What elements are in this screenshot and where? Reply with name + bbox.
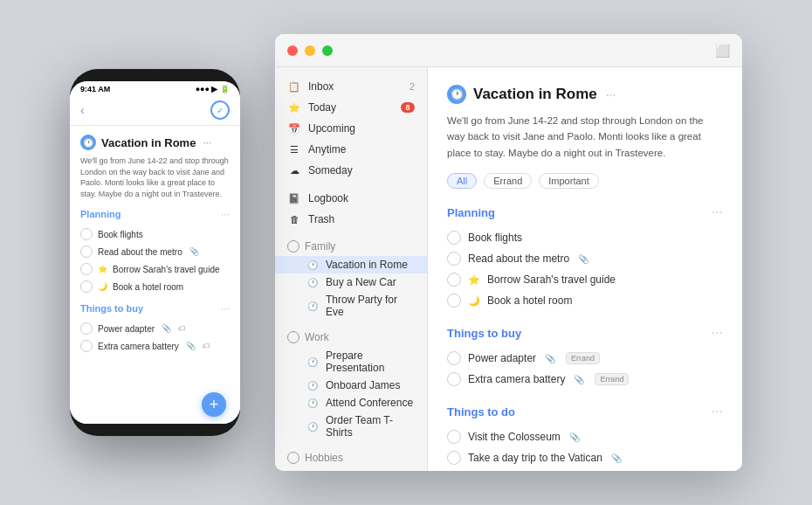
sidebar-party-label: Throw Party for Eve <box>326 294 415 318</box>
detail-todo-more[interactable]: ··· <box>712 404 723 419</box>
detail-tags: All Errand Important <box>447 173 723 189</box>
phone-buy-header: Things to buy ··· <box>80 302 230 315</box>
mac-titlebar-action-icon[interactable]: ⬜ <box>715 44 730 58</box>
detail-task-camera-battery: Extra camera battery 📎 Errand <box>447 369 723 390</box>
detail-description: We'll go from June 14-22 and stop throug… <box>447 113 723 161</box>
detail-battery-attach-icon: 📎 <box>574 375 584 384</box>
phone-complete-button[interactable]: ✓ <box>210 100 230 120</box>
detail-buy-title: Things to buy <box>447 327 521 340</box>
sidebar-group-work: Work 🕐 Prepare Presentation 🕐 Onboard Ja… <box>275 328 427 441</box>
detail-checkbox-adapter[interactable] <box>447 351 461 365</box>
phone-status-bar: 9:41 AM ●●● ▶ 🔋 <box>70 81 240 97</box>
phone-fab-button[interactable]: + <box>202 392 226 417</box>
detail-buy-header: Things to buy ··· <box>447 325 723 341</box>
traffic-light-maximize[interactable] <box>322 45 333 56</box>
detail-checkbox-vatican[interactable] <box>447 451 461 465</box>
phone-device: 9:41 AM ●●● ▶ 🔋 ‹ ✓ 🕐 Vacation in Rome ·… <box>70 69 240 436</box>
detail-checkbox-hotel[interactable] <box>447 294 461 308</box>
detail-tag-all[interactable]: All <box>447 173 477 189</box>
phone-time: 9:41 AM <box>80 85 110 93</box>
detail-title: Vacation in Rome <box>473 86 597 103</box>
phone-label-metro: Read about the metro <box>98 247 182 257</box>
sidebar-logbook-label: Logbook <box>308 192 348 204</box>
sidebar-item-logbook[interactable]: 📓 Logbook <box>275 188 427 209</box>
sidebar-item-anytime[interactable]: ☰ Anytime <box>275 139 427 160</box>
sidebar-work-circle-icon <box>287 331 299 343</box>
phone-adapter-attach-icon: 📎 <box>162 324 171 333</box>
sidebar-item-today[interactable]: ⭐ Today 8 <box>275 97 427 118</box>
sidebar-inbox-badge: 2 <box>409 81 415 92</box>
phone-planning-dots[interactable]: ··· <box>221 208 230 220</box>
phone-battery-tag-icon: 🏷 <box>203 342 210 350</box>
detail-more-button[interactable]: ··· <box>606 87 616 101</box>
phone-task-more[interactable]: ··· <box>203 136 211 149</box>
sidebar-item-vacation-rome[interactable]: 🕐 Vacation in Rome <box>275 256 427 273</box>
detail-buy-section: Things to buy ··· Power adapter 📎 Errand… <box>447 325 723 390</box>
phone-task-desc: We'll go from June 14-22 and stop throug… <box>80 156 230 199</box>
phone-buy-dots[interactable]: ··· <box>221 302 230 315</box>
sidebar-hobbies-circle-icon <box>287 452 299 464</box>
sidebar-item-someday[interactable]: ☁ Someday <box>275 160 427 181</box>
detail-checkbox-colosseum[interactable] <box>447 430 461 444</box>
sidebar-hobbies-label: Hobbies <box>305 452 343 464</box>
detail-vatican-attach-icon: 📎 <box>611 453 622 463</box>
detail-checkbox-book-flights[interactable] <box>447 231 461 245</box>
sidebar-item-inbox[interactable]: 📋 Inbox 2 <box>275 76 427 97</box>
sidebar-logbook-icon: 📓 <box>287 191 301 205</box>
detail-checkbox-camera-battery[interactable] <box>447 372 461 386</box>
traffic-light-minimize[interactable] <box>305 45 315 56</box>
sidebar-upcoming-label: Upcoming <box>308 122 355 135</box>
detail-label-guide: Borrow Sarah's travel guide <box>487 273 616 286</box>
detail-planning-more[interactable]: ··· <box>712 204 723 220</box>
sidebar-work-header: Work <box>275 328 427 347</box>
sidebar-item-learn-italian[interactable]: 🕐 Learn Basic Italian <box>275 467 427 471</box>
detail-tag-errand[interactable]: Errand <box>484 173 532 189</box>
detail-metro-attach-icon: 📎 <box>578 254 588 264</box>
sidebar-item-order-tshirts[interactable]: 🕐 Order Team T-Shirts <box>275 412 427 441</box>
phone-checkbox-metro[interactable] <box>80 246 93 258</box>
traffic-light-close[interactable] <box>287 45 298 56</box>
phone-checkbox-battery[interactable] <box>80 340 93 352</box>
phone-task-hotel: 🌙 Book a hotel room <box>80 278 230 295</box>
sidebar-upcoming-icon: 📅 <box>287 121 301 135</box>
phone-task-battery: Extra camera battery 📎 🏷 <box>80 337 230 355</box>
phone-task-title: Vacation in Rome <box>101 136 196 149</box>
detail-checkbox-metro[interactable] <box>447 252 461 266</box>
phone-checkbox-book-flights[interactable] <box>80 228 93 240</box>
detail-todo-title: Things to do <box>447 405 515 419</box>
detail-task-adapter: Power adapter 📎 Errand <box>447 348 723 369</box>
detail-task-metro: Read about the metro 📎 <box>447 248 723 269</box>
phone-checkbox-adapter[interactable] <box>80 322 93 335</box>
detail-title-icon: 🕐 <box>447 85 466 104</box>
phone-label-hotel: Book a hotel room <box>113 282 183 292</box>
sidebar-item-trash[interactable]: 🗑 Trash <box>275 209 427 230</box>
phone-metro-attach-icon: 📎 <box>189 247 199 256</box>
sidebar-trash-icon: 🗑 <box>287 212 301 226</box>
sidebar-work-label: Work <box>305 331 329 343</box>
sidebar-italian-icon: 🕐 <box>306 470 319 471</box>
detail-label-colosseum: Visit the Colosseum <box>468 431 561 443</box>
phone-buy-section: Things to buy ··· Power adapter 📎 🏷 Extr… <box>80 302 230 355</box>
detail-tag-important[interactable]: Important <box>539 173 598 189</box>
detail-buy-more[interactable]: ··· <box>712 325 723 341</box>
sidebar-item-prepare-pres[interactable]: 🕐 Prepare Presentation <box>275 347 427 377</box>
sidebar-onboard-label: Onboard James <box>326 379 400 391</box>
detail-title-row: 🕐 Vacation in Rome ··· <box>447 85 723 104</box>
detail-guide-star-icon: ⭐ <box>468 274 480 286</box>
sidebar-family-label: Family <box>305 240 335 252</box>
sidebar-attend-label: Attend Conference <box>326 397 413 409</box>
phone-back-button[interactable]: ‹ <box>80 103 85 117</box>
sidebar-item-attend-conf[interactable]: 🕐 Attend Conference <box>275 394 427 412</box>
phone-checkbox-guide[interactable] <box>80 263 93 275</box>
detail-panel: 🕐 Vacation in Rome ··· We'll go from Jun… <box>428 67 742 471</box>
mac-titlebar: ⬜ <box>275 34 742 67</box>
phone-checkbox-hotel[interactable] <box>80 280 93 293</box>
sidebar-item-throw-party[interactable]: 🕐 Throw Party for Eve <box>275 291 427 321</box>
detail-task-colosseum: Visit the Colosseum 📎 <box>447 426 723 447</box>
sidebar-item-upcoming[interactable]: 📅 Upcoming <box>275 118 427 139</box>
detail-checkbox-guide[interactable] <box>447 273 461 287</box>
sidebar-item-onboard-james[interactable]: 🕐 Onboard James <box>275 377 427 394</box>
sidebar-inbox-label: Inbox <box>308 80 334 93</box>
sidebar-item-buy-car[interactable]: 🕐 Buy a New Car <box>275 273 427 291</box>
detail-planning-header: Planning ··· <box>447 204 723 220</box>
